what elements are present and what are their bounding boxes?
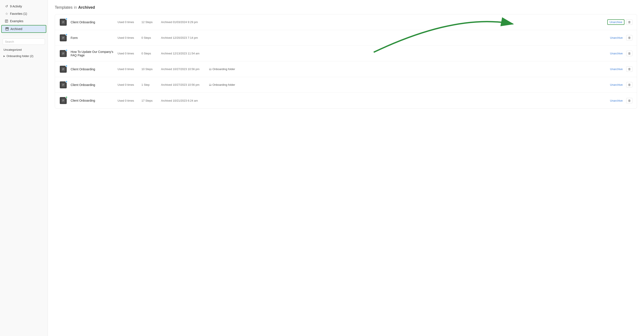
delete-button[interactable]: 🗑: [626, 66, 632, 72]
delete-button[interactable]: 🗑: [626, 82, 632, 87]
delete-button[interactable]: 🗑: [626, 35, 632, 41]
template-name: Form: [70, 36, 114, 40]
unarchive-button[interactable]: Unarchive: [608, 51, 624, 56]
template-meta: Used 0 times 0 Steps Archived 12/20/2023…: [118, 36, 605, 39]
meta-archived-date: Archived 12/20/2023 7:14 pm: [161, 36, 204, 39]
template-meta: Used 0 times 1 Step Archived 10/27/2023 …: [118, 83, 605, 86]
trash-icon: 🗑: [628, 52, 631, 55]
page-header: Templates in Archived: [55, 5, 637, 10]
archived-icon: [5, 27, 9, 31]
template-icon-wrap: [59, 34, 67, 42]
table-row: Client Onboarding Used 0 times 10 Steps …: [55, 61, 637, 77]
sidebar-item-examples[interactable]: Examples: [1, 18, 46, 25]
delete-button[interactable]: 🗑: [626, 98, 632, 103]
main-content: Templates in Archived Client Onboarding …: [48, 0, 644, 336]
meta-steps: 10 Steps: [142, 67, 157, 71]
trash-icon: 🗑: [628, 36, 631, 39]
sidebar-item-activity[interactable]: ↺ 9 Activity: [1, 3, 46, 10]
template-name: Client Onboarding: [70, 67, 114, 71]
template-meta: Used 0 times 12 Steps Archived 01/03/202…: [118, 21, 604, 24]
sidebar-item-label-uncategorized: Uncategorized: [4, 48, 22, 51]
sidebar-item-label-favorites: Favorites (1): [10, 12, 27, 16]
table-row: Form Used 0 times 0 Steps Archived 12/20…: [55, 30, 637, 46]
folder-name: Onboarding folder: [212, 83, 235, 86]
template-dot: [66, 81, 68, 83]
trash-icon: 🗑: [628, 99, 631, 102]
unarchive-button[interactable]: Unarchive: [608, 35, 624, 40]
meta-archived-date: Archived 10/27/2023 10:56 pm: [161, 67, 204, 71]
template-meta: Used 0 times 0 Steps Archived 12/13/2023…: [118, 52, 605, 55]
template-name: Client Onboarding: [70, 99, 114, 102]
activity-icon: ↺: [5, 5, 8, 8]
meta-archived-date: Archived 12/13/2023 11:54 am: [161, 52, 204, 55]
trash-icon: 🗑: [628, 83, 631, 86]
meta-steps: 17 Steps: [142, 99, 157, 102]
template-name: How To Update Our Company's FAQ Page: [70, 50, 114, 57]
sidebar-item-label-examples: Examples: [10, 19, 23, 23]
chevron-right-icon: ▶: [4, 55, 5, 57]
sidebar-item-onboarding-folder[interactable]: ▶ Onboarding folder (2): [0, 53, 48, 59]
page-header-section: Archived: [78, 5, 95, 10]
sidebar-item-archived[interactable]: Archived: [1, 25, 46, 33]
sidebar: ↺ 9 Activity ☆ Favorites (1) Examples Ar…: [0, 0, 48, 336]
template-dot: [66, 49, 68, 51]
template-actions: Unarchive 🗑: [608, 35, 632, 41]
meta-used: Used 0 times: [118, 36, 137, 39]
sidebar-item-favorites[interactable]: ☆ Favorites (1): [1, 10, 46, 17]
sidebar-divider: [2, 35, 45, 35]
template-meta: Used 0 times 10 Steps Archived 10/27/202…: [118, 67, 605, 71]
meta-archived-date: Archived 10/27/2023 10:56 pm: [161, 83, 204, 86]
unarchive-button[interactable]: Unarchive: [607, 19, 624, 25]
folder-name: Onboarding folder: [212, 67, 235, 71]
template-name: Client Onboarding: [70, 21, 114, 24]
meta-used: Used 0 times: [118, 83, 137, 86]
meta-steps: 1 Step: [142, 83, 157, 86]
unarchive-button[interactable]: Unarchive: [608, 82, 624, 87]
template-dot: [66, 18, 68, 20]
template-actions: Unarchive 🗑: [608, 51, 632, 56]
sidebar-item-label-activity: 9 Activity: [10, 5, 22, 8]
template-table: Client Onboarding Used 0 times 12 Steps …: [55, 14, 637, 109]
meta-steps: 0 Steps: [142, 36, 157, 39]
table-row: Client Onboarding Used 0 times 12 Steps …: [55, 14, 637, 30]
folder-icon: 🗂: [209, 83, 212, 86]
delete-button[interactable]: 🗑: [626, 51, 632, 56]
meta-archived-date: Archived 01/03/2024 9:29 pm: [161, 21, 204, 24]
template-actions: Unarchive 🗑: [608, 98, 632, 103]
table-row: Client Onboarding Used 0 times 1 Step Ar…: [55, 77, 637, 93]
meta-used: Used 0 times: [118, 99, 137, 102]
search-container: [0, 37, 48, 47]
page-header-prefix: Templates: [55, 5, 72, 10]
meta-used: Used 0 times: [118, 67, 137, 71]
table-row: How To Update Our Company's FAQ Page Use…: [55, 46, 637, 61]
sidebar-item-uncategorized[interactable]: Uncategorized: [0, 47, 48, 53]
folder-icon: 🗂: [209, 67, 212, 71]
folder-badge: 🗂 Onboarding folder: [209, 67, 235, 71]
table-row: Client Onboarding Used 0 times 17 Steps …: [55, 93, 637, 108]
template-meta: Used 0 times 17 Steps Archived 10/21/202…: [118, 99, 605, 102]
sidebar-item-label-onboarding: Onboarding folder (2): [6, 54, 34, 58]
meta-steps: 0 Steps: [142, 52, 157, 55]
trash-icon: 🗑: [628, 21, 631, 24]
search-input[interactable]: [2, 39, 45, 45]
template-icon-wrap: [59, 97, 67, 104]
template-actions: Unarchive 🗑: [608, 82, 632, 87]
meta-steps: 12 Steps: [142, 21, 157, 24]
template-actions: Unarchive 🗑: [608, 66, 632, 72]
template-icon-wrap: [59, 65, 67, 73]
template-name: Client Onboarding: [70, 83, 114, 87]
examples-icon: [5, 19, 8, 23]
page-header-in: in: [74, 5, 77, 10]
trash-icon: 🗑: [628, 67, 631, 71]
template-actions: Unarchive 🗑: [607, 19, 632, 25]
template-icon-wrap: [59, 18, 67, 26]
meta-used: Used 0 times: [118, 52, 137, 55]
delete-button[interactable]: 🗑: [626, 19, 632, 25]
template-dot: [66, 96, 68, 98]
unarchive-button[interactable]: Unarchive: [608, 98, 624, 103]
sidebar-item-label-archived: Archived: [10, 27, 22, 31]
folder-badge: 🗂 Onboarding folder: [209, 83, 235, 86]
unarchive-button[interactable]: Unarchive: [608, 67, 624, 72]
meta-archived-date: Archived 10/21/2023 6:24 am: [161, 99, 204, 102]
favorites-icon: ☆: [5, 12, 8, 16]
